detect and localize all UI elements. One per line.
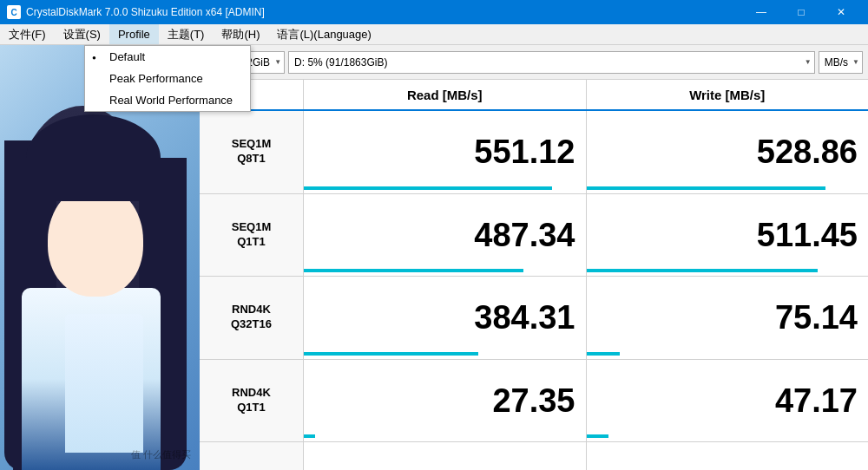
minimize-button[interactable]: —: [741, 0, 781, 24]
grid-bottom-row: [200, 442, 868, 470]
row-label-rnd4k-q1t1: RND4KQ1T1: [200, 360, 304, 442]
write-value-rnd4k-q32t16: 75.14: [587, 277, 869, 359]
read-bar-rnd4k-q32t16: [304, 352, 478, 356]
drive-select[interactable]: D: 5% (91/1863GiB): [288, 51, 815, 74]
write-value-rnd4k-q1t1: 47.17: [587, 360, 869, 442]
data-grid: Read [MB/s] Write [MB/s] SEQ1MQ8T1 551.1…: [200, 80, 868, 470]
read-number-rnd4k-q32t16: 384.31: [474, 301, 575, 334]
write-bar-seq1m-q1t1: [587, 269, 818, 272]
menu-bar: 文件(F) 设置(S) Profile 主题(T) 帮助(H) 语言(L)(La…: [0, 24, 868, 45]
char-apron: [65, 314, 143, 453]
read-number-rnd4k-q1t1: 27.35: [492, 384, 575, 417]
read-number-seq1m-q1t1: 487.34: [474, 219, 575, 251]
row-label-seq1m-q1t1: SEQ1MQ1T1: [200, 194, 304, 277]
grid-header-read: Read [MB/s]: [304, 80, 587, 109]
read-value-seq1m-q1t1: 487.34: [304, 194, 587, 277]
table-row: SEQ1MQ8T1 551.12 528.86: [200, 111, 868, 194]
read-bar-seq1m-q8t1: [304, 186, 552, 190]
write-number-rnd4k-q1t1: 47.17: [775, 384, 858, 417]
row-label-empty: [200, 442, 304, 470]
table-row: RND4KQ32T16 384.31 75.14: [200, 277, 868, 360]
unit-select[interactable]: MB/s: [819, 51, 863, 74]
window-controls: — □ ✕: [741, 0, 861, 24]
row-label-seq1m-q8t1: SEQ1MQ8T1: [200, 111, 304, 193]
read-bar-rnd4k-q1t1: [304, 434, 315, 438]
menu-file[interactable]: 文件(F): [0, 24, 55, 44]
char-body: [22, 288, 161, 470]
window-title: CrystalDiskMark 7.0.0 Shizuku Edition x6…: [26, 6, 265, 18]
write-bar-rnd4k-q1t1: [587, 434, 609, 438]
read-bar-seq1m-q1t1: [304, 269, 523, 272]
menu-theme[interactable]: 主题(T): [159, 24, 214, 44]
grid-header-write: Write [MB/s]: [587, 80, 869, 109]
write-bar-rnd4k-q32t16: [587, 352, 621, 356]
app-icon: C: [7, 5, 21, 19]
profile-realworld[interactable]: Real World Performance: [85, 89, 250, 111]
watermark: 值 什么值得买: [131, 448, 191, 461]
drive-value: D: 5% (91/1863GiB): [294, 56, 387, 69]
profile-peak[interactable]: Peak Performance: [85, 68, 250, 89]
row-label-rnd4k-q32t16: RND4KQ32T16: [200, 277, 304, 359]
char-hair-top: [26, 114, 161, 201]
write-number-seq1m-q1t1: 511.45: [757, 219, 858, 251]
table-row: RND4KQ1T1 27.35 47.17: [200, 360, 868, 443]
read-value-rnd4k-q1t1: 27.35: [304, 360, 587, 442]
write-value-seq1m-q1t1: 511.45: [587, 194, 869, 277]
write-value-seq1m-q8t1: 528.86: [587, 111, 869, 193]
write-bar-seq1m-q8t1: [587, 186, 826, 190]
read-value-rnd4k-q32t16: 384.31: [304, 277, 587, 359]
table-row: SEQ1MQ1T1 487.34 511.45: [200, 194, 868, 277]
grid-header: Read [MB/s] Write [MB/s]: [200, 80, 868, 111]
close-button[interactable]: ✕: [821, 0, 861, 24]
toolbar: 9 32GiB D: 5% (91/1863GiB) MB/s: [200, 45, 868, 80]
unit-value: MB/s: [825, 56, 848, 69]
menu-help[interactable]: 帮助(H): [213, 24, 268, 44]
write-number-seq1m-q8t1: 528.86: [757, 135, 858, 168]
read-value-seq1m-q8t1: 551.12: [304, 111, 587, 193]
write-value-empty: [587, 442, 869, 470]
menu-lang[interactable]: 语言(L)(Language): [268, 24, 379, 44]
write-number-rnd4k-q32t16: 75.14: [775, 301, 858, 334]
read-number-seq1m-q8t1: 551.12: [474, 135, 575, 168]
profile-default[interactable]: Default: [85, 46, 250, 68]
profile-dropdown: Default Peak Performance Real World Perf…: [84, 45, 251, 112]
read-value-empty: [304, 442, 587, 470]
menu-settings[interactable]: 设置(S): [55, 24, 109, 44]
maximize-button[interactable]: □: [781, 0, 821, 24]
title-bar: C CrystalDiskMark 7.0.0 Shizuku Edition …: [0, 0, 868, 24]
menu-profile[interactable]: Profile: [109, 24, 159, 44]
